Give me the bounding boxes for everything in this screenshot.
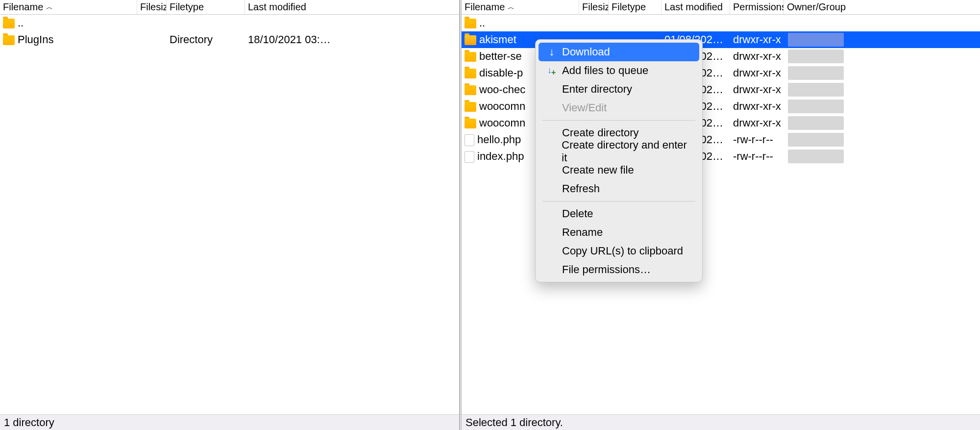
local-status: 1 directory bbox=[0, 414, 459, 430]
menu-add-queue[interactable]: Add files to queue bbox=[539, 61, 699, 80]
file-owner bbox=[784, 48, 848, 65]
menu-view-edit-label: View/Edit bbox=[562, 101, 607, 114]
owner-redacted bbox=[788, 100, 844, 113]
list-item[interactable]: PlugInsDirectory18/10/2021 03:3… bbox=[0, 31, 459, 48]
menu-download[interactable]: ↓Download bbox=[539, 43, 699, 61]
list-item[interactable]: .. bbox=[0, 15, 459, 31]
menu-view-edit: View/Edit bbox=[539, 99, 699, 117]
file-name: PlugIns bbox=[18, 33, 53, 46]
download-icon: ↓ bbox=[546, 46, 557, 58]
folder-icon bbox=[3, 35, 15, 45]
owner-redacted bbox=[788, 116, 844, 130]
col-filename[interactable]: Filename︿ bbox=[0, 0, 137, 14]
file-permissions: -rw-r--r-- bbox=[730, 150, 784, 163]
menu-rename[interactable]: Rename bbox=[539, 223, 699, 242]
file-owner bbox=[784, 81, 848, 98]
owner-redacted bbox=[788, 150, 844, 163]
col-owner[interactable]: Owner/Group bbox=[784, 0, 848, 14]
folder-icon bbox=[465, 35, 476, 45]
local-status-text: 1 directory bbox=[4, 416, 54, 429]
file-icon bbox=[465, 151, 474, 163]
col-modified[interactable]: Last modified bbox=[662, 0, 730, 14]
col-filename-label: Filename bbox=[3, 1, 43, 13]
remote-header: Filename︿ Filesize Filetype Last modifie… bbox=[462, 0, 980, 15]
menu-add-queue-label: Add files to queue bbox=[562, 64, 648, 77]
folder-icon bbox=[3, 19, 15, 28]
remote-status-text: Selected 1 directory. bbox=[466, 416, 563, 429]
col-filesize[interactable]: Filesize bbox=[579, 0, 609, 14]
file-permissions: drwxr-xr-x bbox=[730, 117, 784, 129]
local-header: Filename︿ Filesize Filetype Last modifie… bbox=[0, 0, 459, 15]
file-permissions: drwxr-xr-x bbox=[730, 67, 784, 79]
folder-icon bbox=[465, 102, 476, 112]
folder-icon bbox=[465, 119, 476, 128]
menu-enter-label: Enter directory bbox=[562, 83, 632, 96]
menu-refresh[interactable]: Refresh bbox=[539, 179, 699, 198]
menu-create-dir-enter-label: Create directory and enter it bbox=[562, 139, 691, 164]
context-menu: ↓Download Add files to queue Enter direc… bbox=[535, 39, 703, 282]
menu-create-file-label: Create new file bbox=[562, 164, 634, 177]
menu-enter-directory[interactable]: Enter directory bbox=[539, 80, 699, 99]
owner-redacted bbox=[788, 50, 844, 63]
menu-download-label: Download bbox=[562, 46, 610, 58]
sort-asc-icon: ︿ bbox=[508, 3, 514, 12]
col-permissions[interactable]: Permissions bbox=[730, 0, 784, 14]
col-filename[interactable]: Filename︿ bbox=[462, 0, 579, 14]
menu-delete[interactable]: Delete bbox=[539, 204, 699, 223]
menu-copy-url[interactable]: Copy URL(s) to clipboard bbox=[539, 242, 699, 260]
file-name: .. bbox=[479, 17, 485, 29]
file-permissions: drwxr-xr-x bbox=[730, 50, 784, 63]
col-modified-label: Last modified bbox=[664, 1, 723, 13]
menu-copy-url-label: Copy URL(s) to clipboard bbox=[562, 245, 683, 257]
file-name: woocomn bbox=[479, 117, 525, 129]
file-manager: Filename︿ Filesize Filetype Last modifie… bbox=[0, 0, 980, 430]
file-owner bbox=[784, 31, 848, 48]
file-type: Directory bbox=[167, 33, 245, 46]
add-queue-icon bbox=[546, 66, 557, 75]
owner-redacted bbox=[788, 83, 844, 97]
file-permissions: drwxr-xr-x bbox=[730, 33, 784, 46]
file-name: hello.php bbox=[477, 133, 521, 146]
menu-file-permissions[interactable]: File permissions… bbox=[539, 260, 699, 279]
folder-icon bbox=[465, 19, 476, 28]
menu-refresh-label: Refresh bbox=[562, 182, 600, 195]
col-filetype[interactable]: Filetype bbox=[609, 0, 662, 14]
file-modified: 18/10/2021 03:3… bbox=[245, 33, 338, 46]
col-modified[interactable]: Last modified bbox=[245, 0, 338, 14]
menu-separator bbox=[542, 201, 695, 202]
file-owner bbox=[784, 15, 848, 31]
file-owner bbox=[784, 131, 848, 148]
file-owner bbox=[784, 148, 848, 165]
menu-create-directory-enter[interactable]: Create directory and enter it bbox=[539, 142, 699, 161]
file-name: .. bbox=[18, 17, 24, 29]
menu-file-perm-label: File permissions… bbox=[562, 263, 651, 276]
owner-redacted bbox=[788, 66, 844, 80]
menu-separator bbox=[542, 120, 695, 121]
file-name: index.php bbox=[477, 150, 524, 162]
file-name: woocomn bbox=[479, 100, 525, 112]
remote-status: Selected 1 directory. bbox=[462, 414, 980, 430]
file-name: woo-chec bbox=[479, 83, 525, 96]
folder-icon bbox=[465, 85, 476, 95]
file-permissions: drwxr-xr-x bbox=[730, 100, 784, 113]
owner-redacted bbox=[788, 33, 844, 47]
file-name: better-se bbox=[479, 50, 522, 62]
col-owner-label: Owner/Group bbox=[787, 1, 846, 13]
col-filetype[interactable]: Filetype bbox=[167, 0, 245, 14]
menu-create-dir-label: Create directory bbox=[562, 126, 639, 139]
file-owner bbox=[784, 98, 848, 115]
col-filename-label: Filename bbox=[465, 1, 505, 13]
local-rows[interactable]: ..PlugInsDirectory18/10/2021 03:3… bbox=[0, 15, 459, 414]
file-owner bbox=[784, 65, 848, 81]
col-permissions-label: Permissions bbox=[733, 1, 784, 13]
file-permissions: drwxr-xr-x bbox=[730, 83, 784, 96]
col-filetype-label: Filetype bbox=[170, 1, 204, 13]
list-item[interactable]: .. bbox=[462, 15, 980, 31]
folder-icon bbox=[465, 52, 476, 62]
menu-delete-label: Delete bbox=[562, 207, 593, 220]
menu-rename-label: Rename bbox=[562, 226, 603, 239]
owner-redacted bbox=[788, 133, 844, 147]
col-modified-label: Last modified bbox=[248, 1, 306, 13]
col-filesize[interactable]: Filesize bbox=[137, 0, 167, 14]
col-filesize-label: Filesize bbox=[140, 1, 167, 13]
